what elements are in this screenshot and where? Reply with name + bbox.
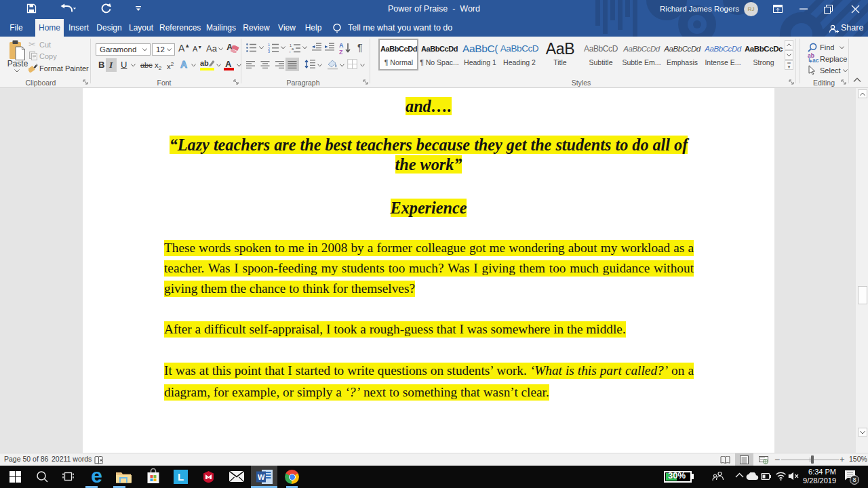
svg-text:a: a (292, 47, 294, 51)
svg-text:3: 3 (268, 49, 270, 53)
svg-text:i: i (290, 50, 290, 54)
svg-text:W: W (258, 473, 265, 481)
